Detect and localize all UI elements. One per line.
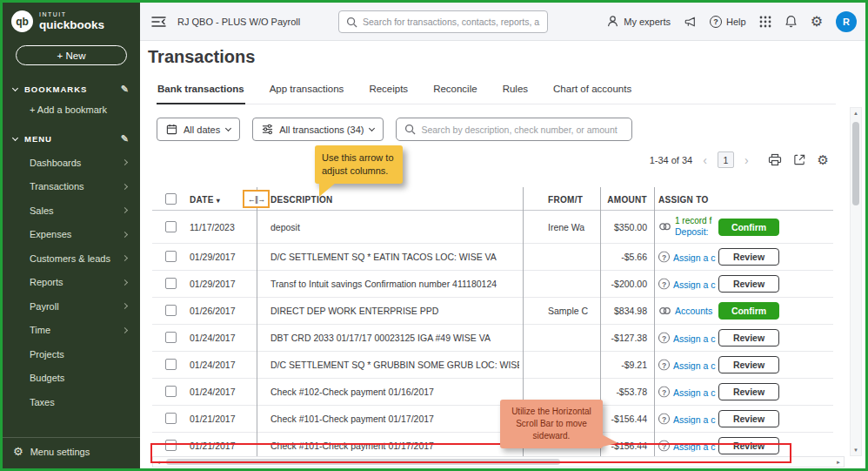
sidebar-item-reports[interactable]: Reports bbox=[3, 271, 140, 295]
global-search[interactable] bbox=[338, 10, 548, 33]
search-icon bbox=[404, 124, 416, 135]
cell-action: Review bbox=[718, 275, 783, 293]
menu-section-header[interactable]: MENU ✎ bbox=[3, 133, 140, 145]
vertical-scrollbar-thumb[interactable] bbox=[852, 122, 859, 205]
row-checkbox[interactable] bbox=[165, 332, 177, 343]
sidebar-item-time[interactable]: Time bbox=[3, 319, 140, 343]
edit-menu-icon[interactable]: ✎ bbox=[121, 133, 130, 145]
column-divider[interactable] bbox=[257, 187, 257, 459]
assign-category-link[interactable]: Assign a c bbox=[673, 252, 715, 262]
help-icon: ? bbox=[710, 16, 722, 28]
my-experts-button[interactable]: My experts bbox=[606, 15, 671, 28]
global-search-input[interactable] bbox=[363, 17, 540, 27]
sidebar-item-projects[interactable]: Projects bbox=[3, 342, 140, 367]
tab-reconcile[interactable]: Reconcile bbox=[432, 81, 478, 104]
export-icon[interactable] bbox=[793, 153, 806, 166]
edit-bookmarks-icon[interactable]: ✎ bbox=[121, 84, 130, 95]
gear-icon: ⚙ bbox=[13, 446, 23, 457]
tab-bank-transactions[interactable]: Bank transactions bbox=[157, 81, 245, 104]
confirm-button[interactable]: Confirm bbox=[718, 302, 779, 320]
row-checkbox[interactable] bbox=[165, 251, 177, 262]
chevron-right-icon bbox=[122, 327, 128, 333]
pagination-page-1[interactable]: 1 bbox=[718, 151, 734, 168]
bookmarks-section-header[interactable]: BOOKMARKS ✎ bbox=[3, 84, 140, 95]
cell-amount: -$9.21 bbox=[555, 360, 647, 370]
assign-category-link[interactable]: Assign a c bbox=[673, 279, 715, 289]
assign-category-link[interactable]: Assign a c bbox=[673, 333, 715, 343]
review-button[interactable]: Review bbox=[718, 248, 779, 266]
row-checkbox[interactable] bbox=[165, 305, 177, 316]
link-icon bbox=[658, 222, 671, 232]
calendar-icon bbox=[166, 124, 177, 135]
row-checkbox[interactable] bbox=[165, 221, 177, 232]
column-header-amount[interactable]: AMOUNT bbox=[555, 195, 647, 205]
column-header-description[interactable]: DESCRIPTION bbox=[270, 195, 519, 205]
cell-amount: -$127.38 bbox=[555, 333, 647, 343]
review-button[interactable]: Review bbox=[718, 383, 779, 400]
pagination-prev[interactable]: ‹ bbox=[701, 153, 709, 167]
row-checkbox[interactable] bbox=[165, 278, 177, 289]
scroll-down-icon[interactable]: ▼ bbox=[853, 445, 858, 455]
cell-date: 01/29/2017 bbox=[190, 279, 236, 289]
row-checkbox[interactable] bbox=[165, 413, 177, 424]
tab-receipts[interactable]: Receipts bbox=[368, 81, 409, 104]
notifications-bell-icon[interactable] bbox=[785, 15, 798, 28]
column-header-assign-to[interactable]: ASSIGN TO bbox=[658, 195, 709, 205]
chevron-right-icon bbox=[122, 207, 128, 213]
table-settings-gear-icon[interactable]: ⚙ bbox=[818, 153, 829, 166]
collapse-sidebar-icon[interactable] bbox=[151, 16, 166, 28]
rule-applied-link[interactable]: Accounts bbox=[675, 306, 712, 316]
cell-amount: -$53.78 bbox=[555, 387, 647, 397]
scroll-right-icon[interactable]: ► bbox=[836, 457, 841, 468]
add-bookmark-link[interactable]: + Add a bookmark bbox=[3, 95, 140, 115]
print-icon[interactable] bbox=[768, 153, 782, 166]
chevron-down-icon bbox=[369, 125, 375, 131]
tab-rules[interactable]: Rules bbox=[502, 81, 529, 104]
review-button[interactable]: Review bbox=[718, 410, 779, 427]
scroll-up-icon[interactable]: ▲ bbox=[853, 108, 858, 118]
column-resize-icon[interactable]: ←∥→ bbox=[248, 195, 265, 204]
vertical-scrollbar[interactable]: ▲ ▼ bbox=[850, 107, 862, 456]
sidebar-item-payroll[interactable]: Payroll bbox=[3, 294, 140, 319]
confirm-button[interactable]: Confirm bbox=[718, 219, 779, 236]
review-button[interactable]: Review bbox=[718, 275, 779, 293]
sidebar-item-taxes[interactable]: Taxes bbox=[3, 390, 140, 414]
sidebar-item-expenses[interactable]: Expenses bbox=[3, 223, 140, 247]
review-button[interactable]: Review bbox=[718, 329, 779, 347]
user-avatar[interactable]: R bbox=[836, 11, 857, 32]
matched-record-link[interactable]: Deposit: bbox=[675, 226, 711, 238]
apps-grid-icon[interactable] bbox=[759, 16, 771, 28]
pagination-next[interactable]: › bbox=[743, 153, 751, 167]
column-divider[interactable] bbox=[654, 187, 655, 459]
select-all-checkbox[interactable] bbox=[165, 193, 177, 205]
menu-header-label: MENU bbox=[24, 134, 52, 144]
assign-category-link[interactable]: Assign a c bbox=[673, 414, 715, 424]
cell-description: Transf to Intuit savings Confirmation nu… bbox=[270, 279, 519, 289]
help-button[interactable]: ? Help bbox=[710, 16, 746, 28]
review-button[interactable]: Review bbox=[718, 356, 779, 373]
settings-gear-icon[interactable]: ⚙ bbox=[811, 15, 823, 29]
table-row: 01/24/2017 D/C SETTLEMENT SQ * GRUBBIN S… bbox=[152, 352, 833, 379]
sidebar-item-dashboards[interactable]: Dashboards bbox=[3, 151, 140, 175]
cell-action: Review bbox=[718, 410, 783, 427]
new-button[interactable]: + New bbox=[16, 45, 127, 65]
tab-chart-of-accounts[interactable]: Chart of accounts bbox=[552, 81, 632, 104]
menu-settings-button[interactable]: ⚙ Menu settings bbox=[3, 437, 140, 468]
row-checkbox[interactable] bbox=[165, 386, 177, 397]
sidebar-item-budgets[interactable]: Budgets bbox=[3, 367, 140, 391]
feedback-megaphone-icon[interactable] bbox=[684, 16, 697, 28]
assign-category-link[interactable]: Assign a c bbox=[673, 360, 715, 370]
sidebar-item-transactions[interactable]: Transactions bbox=[3, 175, 140, 199]
sidebar-item-sales[interactable]: Sales bbox=[3, 198, 140, 223]
quickbooks-logo: qb intuit quickbooks bbox=[3, 3, 140, 32]
sidebar-item-customers-leads[interactable]: Customers & leads bbox=[3, 246, 140, 271]
assign-category-link[interactable]: Assign a c bbox=[673, 387, 715, 397]
help-circle-icon: ? bbox=[658, 414, 670, 425]
type-filter-button[interactable]: All transactions (34) bbox=[252, 118, 384, 141]
transaction-search[interactable] bbox=[396, 118, 632, 141]
date-filter-button[interactable]: All dates bbox=[157, 118, 240, 141]
transaction-search-input[interactable] bbox=[421, 124, 624, 135]
column-header-date[interactable]: DATE▾ bbox=[190, 195, 220, 205]
row-checkbox[interactable] bbox=[165, 359, 177, 370]
tab-app-transactions[interactable]: App transactions bbox=[269, 81, 345, 104]
